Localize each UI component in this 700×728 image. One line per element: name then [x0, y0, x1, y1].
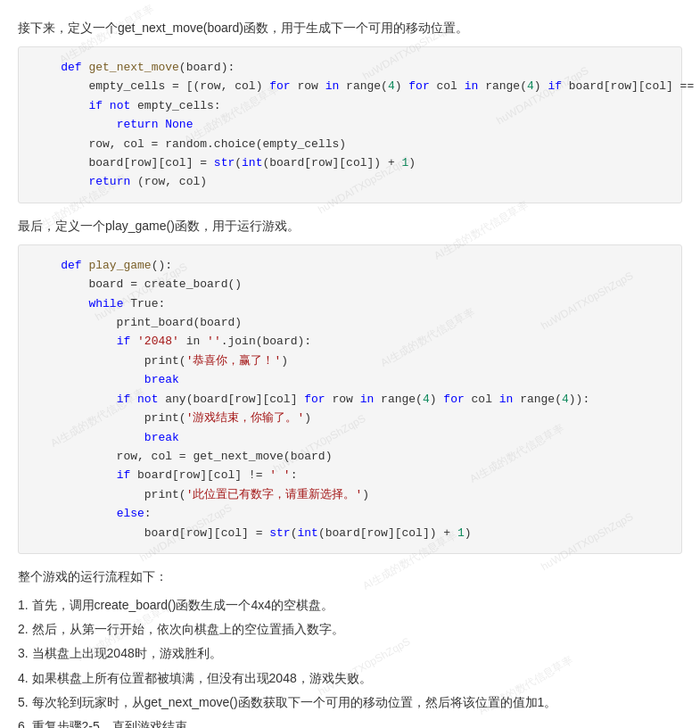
- code-line: board[row][col] = str(int(board[row][col…: [33, 153, 667, 172]
- code-line: board = create_board(): [33, 275, 667, 294]
- code-line: def get_next_move(board):: [33, 58, 667, 77]
- code-line: print('恭喜你，赢了！'): [33, 352, 667, 370]
- summary-list-item: 2. 然后，从第一行开始，依次向棋盘上的空位置插入数字。: [18, 617, 682, 641]
- section2-desc: 最后，定义一个play_game()函数，用于运行游戏。: [18, 216, 682, 237]
- code-block-2: def play_game(): board = create_board() …: [18, 244, 682, 555]
- summary-list-item: 4. 如果棋盘上所有位置都被填满，但没有出现2048，游戏失败。: [18, 666, 682, 691]
- code-line: print_board(board): [33, 313, 667, 332]
- summary-section: 整个游戏的运行流程如下： 1. 首先，调用create_board()函数生成一…: [18, 567, 682, 728]
- code-line: print('此位置已有数字，请重新选择。'): [33, 485, 667, 504]
- code-line: row, col = get_next_move(board): [33, 447, 667, 466]
- code-line: if board[row][col] != ' ':: [33, 466, 667, 484]
- code-line: return (row, col): [33, 172, 667, 191]
- code-line: else:: [33, 504, 667, 523]
- summary-title: 整个游戏的运行流程如下：: [18, 567, 682, 588]
- code-line: print('游戏结束，你输了。'): [33, 409, 667, 427]
- code-line: def play_game():: [33, 256, 667, 275]
- code-line: return None: [33, 115, 667, 134]
- code-block-1: def get_next_move(board): empty_cells = …: [18, 46, 682, 203]
- summary-list-item: 6. 重复步骤2-5，直到游戏结束。: [18, 715, 682, 728]
- code-line: empty_cells = [(row, col) for row in ran…: [33, 77, 667, 95]
- code-line: while True:: [33, 294, 667, 313]
- code-line: if not empty_cells:: [33, 96, 667, 115]
- section1-desc: 接下来，定义一个get_next_move(board)函数，用于生成下一个可用…: [18, 18, 682, 39]
- summary-list-item: 5. 每次轮到玩家时，从get_next_move()函数获取下一个可用的移动位…: [18, 691, 682, 715]
- code-line: row, col = random.choice(empty_cells): [33, 135, 667, 153]
- code-line: board[row][col] = str(int(board[row][col…: [33, 524, 667, 542]
- summary-list: 1. 首先，调用create_board()函数生成一个4x4的空棋盘。2. 然…: [18, 593, 682, 728]
- summary-list-item: 1. 首先，调用create_board()函数生成一个4x4的空棋盘。: [18, 593, 682, 617]
- code-line: break: [33, 370, 667, 389]
- code-line: if '2048' in ''.join(board):: [33, 332, 667, 351]
- code-line: break: [33, 428, 667, 447]
- code-line: if not any(board[row][col] for row in ra…: [33, 390, 667, 409]
- summary-list-item: 3. 当棋盘上出现2048时，游戏胜利。: [18, 641, 682, 666]
